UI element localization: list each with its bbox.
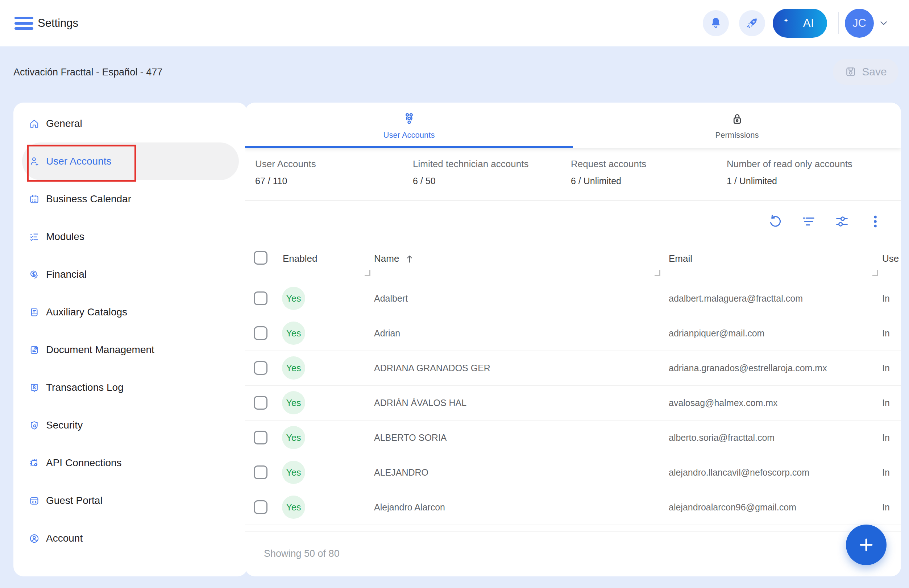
column-header-email[interactable]: Email <box>669 253 692 264</box>
tab-label: User Accounts <box>383 131 435 140</box>
cell-name: ADRIÁN ÁVALOS HAL <box>374 398 467 408</box>
sidebar-item-label: Account <box>46 533 82 544</box>
column-header-use[interactable]: Use <box>882 253 899 264</box>
row-checkbox[interactable] <box>254 465 268 479</box>
cell-use: In <box>882 328 890 339</box>
user-badge-icon <box>29 382 40 393</box>
document-clock-icon <box>29 344 40 355</box>
row-checkbox[interactable] <box>254 500 268 514</box>
sidebar-item-document-management[interactable]: Document Management <box>22 331 239 369</box>
table-row[interactable]: Yes Adalbert adalbert.malaguera@fracttal… <box>245 281 901 316</box>
cell-email: alejandro.llancavil@nefoscorp.com <box>669 467 809 478</box>
breadcrumb: Activación Fracttal - Español - 477 <box>13 47 162 98</box>
checklist-icon <box>29 231 40 242</box>
sidebar-item-label: Financial <box>46 269 87 280</box>
more-vertical-icon <box>867 213 884 230</box>
stat-value: 67 / 110 <box>255 176 316 186</box>
cell-email: alejandroalarcon96@gmail.com <box>669 502 796 513</box>
notifications-button[interactable] <box>703 10 729 36</box>
status-badge: Yes <box>282 496 305 519</box>
table-row[interactable]: Yes ADRIÁN ÁVALOS HAL avalosag@halmex.co… <box>245 385 901 420</box>
ai-assistant-button[interactable]: ✦ AI <box>773 9 827 38</box>
save-button[interactable]: Save <box>833 59 898 85</box>
table-row[interactable]: Yes ALBERTO SORIA alberto.soria@fracttal… <box>245 420 901 456</box>
stat-value: 6 / 50 <box>413 176 528 186</box>
status-badge: Yes <box>282 461 305 484</box>
select-all-checkbox[interactable] <box>254 251 268 265</box>
column-header-enabled[interactable]: Enabled <box>283 253 317 264</box>
sidebar-item-label: Transactions Log <box>46 382 124 393</box>
column-resize-handle[interactable] <box>655 270 660 276</box>
cell-use: In <box>882 433 890 443</box>
tab-user-accounts[interactable]: User Accounts <box>245 103 573 148</box>
stat-label: User Accounts <box>255 158 316 170</box>
sidebar-item-api-connections[interactable]: API Connections <box>22 444 239 482</box>
sidebar-item-label: API Connections <box>46 457 122 469</box>
row-checkbox[interactable] <box>254 361 268 375</box>
status-badge: Yes <box>282 391 305 414</box>
sidebar-item-label: Guest Portal <box>46 495 103 506</box>
table-row[interactable]: Yes Adrian adrianpiquer@mail.com In <box>245 316 901 351</box>
cell-name: ALBERTO SORIA <box>374 433 447 443</box>
sidebar-item-transactions-log[interactable]: Transactions Log <box>22 369 239 406</box>
home-icon <box>29 118 40 129</box>
cell-name: Adalbert <box>374 293 408 304</box>
cell-use: In <box>882 363 890 373</box>
sidebar-item-financial[interactable]: Financial <box>22 255 239 293</box>
catalog-book-icon <box>29 307 40 318</box>
add-user-fab[interactable] <box>846 525 886 565</box>
status-badge: Yes <box>282 321 305 345</box>
sidebar-item-auxiliary-catalogs[interactable]: Auxiliary Catalogs <box>22 293 239 331</box>
sidebar-item-account[interactable]: Account <box>22 520 239 557</box>
chevron-down-icon[interactable] <box>877 17 890 30</box>
row-checkbox[interactable] <box>254 431 268 444</box>
sidebar-item-business-calendar[interactable]: Business Calendar <box>22 180 239 218</box>
ai-label: AI <box>803 17 814 30</box>
sidebar-item-guest-portal[interactable]: Guest Portal <box>22 482 239 520</box>
user-avatar[interactable]: JC <box>845 9 874 38</box>
stat-request-accounts: Request accounts 6 / Unlimited <box>571 158 646 186</box>
row-checkbox[interactable] <box>254 326 268 340</box>
row-checkbox[interactable] <box>254 396 268 410</box>
page-title: Settings <box>38 0 78 47</box>
sidebar-item-security[interactable]: Security <box>22 406 239 444</box>
cell-email: adrianpiquer@mail.com <box>669 328 764 339</box>
stat-value: 6 / Unlimited <box>571 176 646 186</box>
sidebar-item-general[interactable]: General <box>22 105 239 142</box>
cell-name: Adrian <box>374 328 400 339</box>
sparkle-icon: ✦ <box>784 17 788 24</box>
row-checkbox[interactable] <box>254 291 268 305</box>
whats-new-button[interactable] <box>739 10 765 36</box>
more-options-button[interactable] <box>867 213 884 230</box>
active-tab-indicator <box>245 146 573 148</box>
column-settings-button[interactable] <box>834 213 850 230</box>
users-group-icon <box>402 111 417 126</box>
hamburger-menu-icon[interactable] <box>15 17 33 30</box>
tab-label: Permissions <box>715 131 759 140</box>
partial-table-row <box>245 525 901 531</box>
table-row[interactable]: Yes Alejandro Alarcon alejandroalarcon96… <box>245 490 901 525</box>
table-row[interactable]: Yes ADRIANA GRANADOS GER adriana.granado… <box>245 351 901 386</box>
browser-code-icon <box>29 495 40 506</box>
stat-user-accounts: User Accounts 67 / 110 <box>255 158 316 186</box>
table-row[interactable]: Yes ALEJANDRO alejandro.llancavil@nefosc… <box>245 455 901 490</box>
sidebar-item-label: General <box>46 118 82 129</box>
stat-value: 1 / Unlimited <box>727 176 852 186</box>
column-resize-handle[interactable] <box>365 270 370 276</box>
settings-sidebar: General User Accounts Business Calendar <box>13 103 247 577</box>
sidebar-item-label: Modules <box>46 231 84 242</box>
account-stats: User Accounts 67 / 110 Limited technicia… <box>245 148 901 201</box>
sidebar-item-modules[interactable]: Modules <box>22 218 239 255</box>
status-badge: Yes <box>282 426 305 449</box>
refresh-button[interactable] <box>767 213 784 230</box>
shield-icon <box>29 420 40 431</box>
sidebar-item-label: User Accounts <box>46 155 111 167</box>
save-icon <box>844 66 857 78</box>
filter-button[interactable] <box>800 213 817 230</box>
sidebar-item-user-accounts[interactable]: User Accounts <box>22 142 239 180</box>
tab-permissions[interactable]: Permissions <box>573 103 901 148</box>
column-header-name[interactable]: Name <box>374 253 415 264</box>
user-circle-icon <box>29 533 40 544</box>
dollar-coin-icon <box>29 269 40 280</box>
column-resize-handle[interactable] <box>872 270 878 276</box>
